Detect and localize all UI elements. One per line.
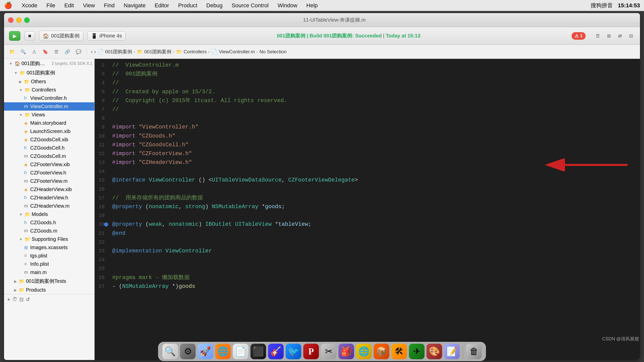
group-others[interactable]: ▶ 📁 Others [4,77,94,86]
file-czheaderview-xib[interactable]: ◈ CZHeaderView.xib [4,185,94,194]
file-czheaderview-h[interactable]: h CZHeaderView.h [4,194,94,202]
menu-view[interactable]: View [82,2,96,9]
file-launchscreen-xib[interactable]: ◈ LaunchScreen.xib [4,127,94,135]
line-num-3: 3 [95,70,110,78]
code-content[interactable]: 2 // ViewController.m 3 // 001团购案例 4 // … [95,59,640,360]
file-czgoodscell-h[interactable]: h CZGoodsCell.h [4,144,94,152]
file-czfooterview-m[interactable]: m CZFooterView.m [4,177,94,185]
group-supporting[interactable]: ▼ 📁 Supporting Files [4,235,94,243]
project-root[interactable]: ▼ 🏠 001团购案例 2 targets, iOS SDK 8.1 [4,59,94,68]
issue-navigator[interactable]: ⚠ [30,48,38,56]
dock-tools[interactable]: 🛠 [391,344,407,359]
breadcrumb-back[interactable]: ‹ [91,49,93,55]
file-czgoodscell-xib[interactable]: ◈ CZGoodsCell.xib [4,135,94,144]
recent-button[interactable]: ↺ [26,296,30,303]
code-editor[interactable]: 2 // ViewController.m 3 // 001团购案例 4 // … [95,59,640,360]
report-navigator[interactable]: 💬 [74,48,83,56]
file-czfooterview-xib[interactable]: ◈ CZFooterView.xib [4,160,94,169]
split-view-toggle[interactable]: ⊟ [627,32,635,40]
group-controllers[interactable]: ▼ 📁 Controllers [4,86,94,94]
breadcrumb-viewcontroller[interactable]: ViewController.m [219,49,255,55]
dock-suitcase[interactable]: 🎒 [339,344,354,359]
file-czgoodscell-m[interactable]: m CZGoodsCell.m [4,152,94,160]
minimize-button[interactable] [16,17,22,23]
file-main-m[interactable]: m main.m [4,268,94,277]
group-views[interactable]: ▼ 📁 Views [4,111,94,119]
breadcrumb-project[interactable]: 001团购案例 [105,49,132,55]
dock-app1[interactable]: 🎸 [268,344,284,359]
menu-navigate[interactable]: Navigate [122,2,147,9]
file-info-plist[interactable]: ≡ Info.plist [4,260,94,268]
file-viewcontroller-m[interactable]: m ViewController.m [4,102,94,111]
file-czgoods-h[interactable]: h CZGoods.h [4,218,94,227]
history-button[interactable]: ⊡ [19,296,24,303]
file-images-xcassets[interactable]: ⊞ Images.xcassets [4,243,94,252]
dock-system-prefs[interactable]: ⚙ [180,344,196,359]
scheme-selector[interactable]: 🏠 001团购案例 [39,31,83,41]
group-models[interactable]: ▼ 📁 Models [4,210,94,218]
file-main-storyboard-label: Main.storyboard [30,120,66,126]
error-badge[interactable]: ⚠ 1 [572,32,586,40]
line-num-10: 10 [95,132,110,140]
menu-xcode[interactable]: Xcode [20,2,39,9]
breakpoint-navigator[interactable]: 🔗 [63,48,71,56]
maximize-button[interactable] [24,17,30,23]
breadcrumb-group[interactable]: 001团购案例 [144,49,172,55]
group-tests-label: 001团购案例Tests [26,278,66,285]
dock-finder[interactable]: 🔍 [163,344,178,359]
menu-editor[interactable]: Editor [153,2,171,9]
line-num-12: 12 [95,149,110,158]
hierarchy-navigator[interactable]: ☰ [52,48,60,56]
file-viewcontroller-h[interactable]: h ViewController.h [4,94,94,102]
dock-launchpad[interactable]: 🚀 [198,344,213,359]
search-icon[interactable]: 🔍 [19,48,27,56]
group-tests[interactable]: ▶ 📁 001团购案例Tests [4,277,94,286]
dock-app2[interactable]: P [303,344,319,359]
menu-help[interactable]: Help [305,2,319,9]
group-main[interactable]: ▼ 📁 001团购案例 [4,68,94,77]
file-czheaderview-m[interactable]: m CZHeaderView.m [4,202,94,210]
dock-sketch[interactable]: 🎨 [427,344,442,359]
dock-tweetbot[interactable]: 🐦 [286,344,301,359]
line-content-17: // 用来存储所有的团购商品的数据 [110,194,640,202]
device-selector[interactable]: 📱 iPhone 4s [87,31,126,41]
dock-trash[interactable]: 🗑 [466,344,482,359]
dock-safari[interactable]: 🌐 [215,344,231,359]
file-tgs-plist[interactable]: ≡ tgs.plist [4,252,94,260]
editor-mode-assistant[interactable]: ⊞ [605,32,613,40]
menu-edit[interactable]: Edit [63,2,75,9]
menu-window[interactable]: Window [276,2,299,9]
menu-source-control[interactable]: Source Control [230,2,270,9]
editor-mode-standard[interactable]: ☰ [594,32,602,40]
error-count: 1 [580,33,583,38]
dock-pages[interactable]: 📄 [233,344,249,359]
group-controllers-label: Controllers [32,87,56,93]
menu-debug[interactable]: Debug [205,2,224,9]
run-button[interactable]: ▶ [9,31,20,41]
file-czfooterview-h[interactable]: h CZFooterView.h [4,169,94,177]
dock-globe[interactable]: 🌐 [356,344,372,359]
breadcrumb-selection[interactable]: No Selection [260,49,287,55]
filter-button[interactable]: ⏱ [12,296,17,303]
breadcrumb-forward[interactable]: › [94,49,96,55]
menu-product[interactable]: Product [177,2,199,9]
dock-notes[interactable]: 📝 [444,344,460,359]
expand-arrow-supporting: ▼ [19,237,23,241]
file-czgoods-m[interactable]: m CZGoods.m [4,227,94,235]
breadcrumb-controllers[interactable]: Controllers [184,49,207,55]
navigator-toggle[interactable]: 📁 [8,48,16,56]
menu-file[interactable]: File [45,2,57,9]
dock-filezilla[interactable]: 📦 [374,344,389,359]
editor-mode-version[interactable]: ⇄ [616,32,624,40]
add-file-button[interactable]: + [7,296,10,303]
file-main-storyboard[interactable]: ◈ Main.storyboard [4,119,94,127]
close-button[interactable] [8,17,14,23]
group-products[interactable]: ▶ 📁 Products [4,286,94,294]
dock-app3[interactable]: ✈ [409,344,425,359]
dock-scissors[interactable]: ✂ [321,344,337,359]
apple-icon[interactable]: 🍎 [4,2,12,9]
dock-terminal[interactable]: ⬛ [251,344,266,359]
symbol-navigator[interactable]: 🔖 [41,48,49,56]
stop-button[interactable]: ■ [24,31,35,40]
menu-find[interactable]: Find [102,2,116,9]
